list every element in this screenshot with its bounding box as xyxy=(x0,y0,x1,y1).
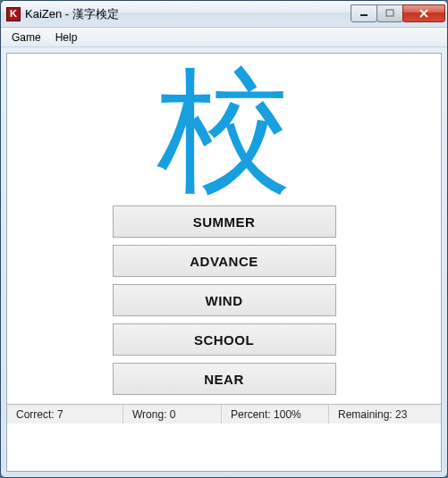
close-button[interactable] xyxy=(402,4,445,22)
statusbar: Correct: 7 Wrong: 0 Percent: 100% Remain… xyxy=(7,404,441,423)
answer-option-1[interactable]: SUMMER xyxy=(113,205,336,238)
answer-option-2[interactable]: ADVANCE xyxy=(113,245,336,277)
titlebar[interactable]: K KaiZen - 漢字検定 xyxy=(1,1,447,28)
app-window: K KaiZen - 漢字検定 Game Help 校 SUMMER ADVAN… xyxy=(0,0,448,478)
status-correct-value: 7 xyxy=(57,408,63,421)
answer-option-4[interactable]: SCHOOL xyxy=(113,323,336,356)
status-remaining: Remaining: 23 xyxy=(329,405,441,423)
minimize-button[interactable] xyxy=(351,4,377,22)
menu-help[interactable]: Help xyxy=(48,29,85,46)
status-wrong-label: Wrong: xyxy=(132,408,166,421)
svg-rect-1 xyxy=(386,10,393,16)
status-wrong-value: 0 xyxy=(170,408,176,421)
answer-option-3[interactable]: WIND xyxy=(113,284,336,316)
window-controls xyxy=(351,4,445,22)
status-wrong: Wrong: 0 xyxy=(123,405,222,423)
status-percent-value: 100% xyxy=(274,408,301,421)
status-remaining-label: Remaining: xyxy=(338,408,393,421)
status-correct: Correct: 7 xyxy=(7,405,123,423)
maximize-button[interactable] xyxy=(376,4,403,22)
window-title: KaiZen - 漢字検定 xyxy=(25,6,351,22)
menu-game[interactable]: Game xyxy=(4,29,48,46)
answer-option-5[interactable]: NEAR xyxy=(113,363,336,395)
kanji-glyph: 校 xyxy=(7,63,441,197)
client-area: 校 SUMMER ADVANCE WIND SCHOOL NEAR Correc… xyxy=(6,53,442,472)
status-correct-label: Correct: xyxy=(16,408,55,421)
kanji-display: 校 xyxy=(7,54,441,202)
menubar: Game Help xyxy=(1,28,447,47)
status-percent-label: Percent: xyxy=(231,408,271,421)
app-icon: K xyxy=(6,7,21,21)
status-percent: Percent: 100% xyxy=(222,405,329,423)
answer-list: SUMMER ADVANCE WIND SCHOOL NEAR xyxy=(7,202,441,404)
status-remaining-value: 23 xyxy=(395,408,407,421)
